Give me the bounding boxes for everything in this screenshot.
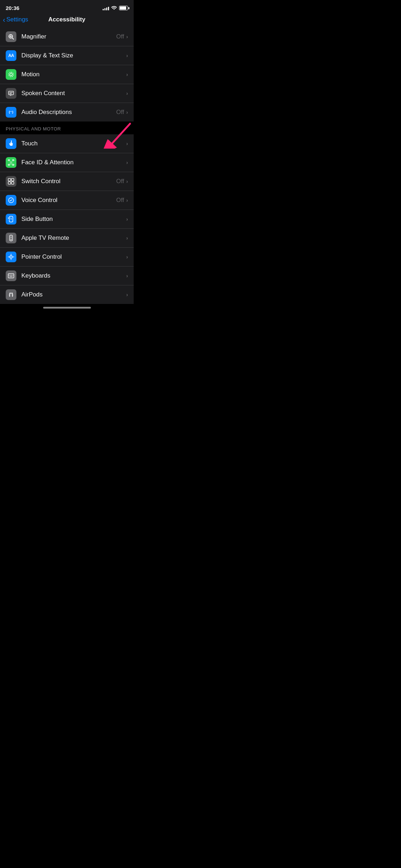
keyboards-icon: [6, 270, 16, 281]
side-button-label: Side Button: [21, 216, 126, 223]
voice-control-icon: [6, 195, 16, 206]
svg-rect-13: [12, 160, 14, 161]
audio-descriptions-value: Off: [116, 109, 124, 116]
physical-motor-section-header: PHYSICAL AND MOTOR: [0, 122, 134, 134]
svg-rect-20: [11, 179, 14, 181]
signal-icon: [103, 6, 109, 10]
pointer-control-chevron: ›: [126, 254, 128, 260]
pointer-control-label: Pointer Control: [21, 253, 126, 260]
side-button-item[interactable]: Side Button ›: [0, 210, 134, 229]
page-title: Accessibility: [48, 16, 86, 23]
svg-point-17: [12, 162, 12, 162]
spoken-content-label: Spoken Content: [21, 90, 126, 97]
svg-point-4: [10, 73, 12, 76]
status-time: 20:36: [6, 5, 19, 11]
side-button-icon: [6, 214, 16, 224]
physical-motor-label: PHYSICAL AND MOTOR: [6, 126, 61, 131]
svg-point-28: [11, 239, 12, 240]
vision-section: Magnifier Off › AA Display & Text Size ›…: [0, 27, 134, 122]
svg-rect-19: [8, 179, 11, 181]
voice-control-chevron: ›: [126, 197, 128, 203]
svg-point-16: [10, 162, 11, 162]
touch-item[interactable]: Touch ›: [0, 134, 134, 153]
airpods-icon: [6, 289, 16, 300]
battery-icon: [119, 6, 128, 10]
side-button-chevron: ›: [126, 216, 128, 222]
svg-rect-14: [8, 164, 10, 165]
audio-descriptions-item[interactable]: " Audio Descriptions Off ›: [0, 103, 134, 122]
back-chevron-icon: ‹: [3, 16, 5, 23]
svg-rect-12: [8, 160, 10, 161]
motion-label: Motion: [21, 71, 126, 78]
back-button[interactable]: ‹ Settings: [3, 16, 28, 23]
display-text-size-icon: AA: [6, 50, 16, 61]
airpods-label: AirPods: [21, 291, 126, 298]
face-id-icon: [6, 157, 16, 168]
apple-tv-remote-chevron: ›: [126, 235, 128, 241]
voice-control-label: Voice Control: [21, 197, 116, 204]
motion-icon: [6, 69, 16, 80]
airpods-chevron: ›: [126, 292, 128, 298]
airpods-item[interactable]: AirPods ›: [0, 285, 134, 304]
svg-point-5: [9, 72, 14, 77]
svg-rect-6: [9, 91, 14, 95]
apple-tv-remote-item[interactable]: Apple TV Remote ›: [0, 229, 134, 248]
face-id-chevron: ›: [126, 160, 128, 165]
touch-icon: [6, 138, 16, 149]
settings-list: Magnifier Off › AA Display & Text Size ›…: [0, 27, 134, 304]
svg-rect-22: [11, 182, 14, 184]
status-bar: 20:36: [0, 0, 134, 13]
spoken-content-item[interactable]: Spoken Content ›: [0, 84, 134, 103]
svg-line-1: [12, 38, 14, 39]
touch-label: Touch: [21, 140, 126, 147]
motion-chevron: ›: [126, 72, 128, 77]
switch-control-item[interactable]: Switch Control Off ›: [0, 172, 134, 191]
spoken-content-icon: [6, 88, 16, 99]
pointer-control-item[interactable]: Pointer Control ›: [0, 248, 134, 267]
touch-chevron: ›: [126, 141, 128, 146]
magnifier-chevron: ›: [126, 34, 128, 40]
switch-control-value: Off: [116, 178, 124, 185]
face-id-label: Face ID & Attention: [21, 159, 126, 166]
home-indicator: [43, 307, 91, 309]
audio-descriptions-label: Audio Descriptions: [21, 109, 116, 116]
svg-rect-21: [8, 182, 11, 184]
switch-control-chevron: ›: [126, 179, 128, 184]
keyboards-item[interactable]: Keyboards ›: [0, 267, 134, 285]
voice-control-item[interactable]: Voice Control Off ›: [0, 191, 134, 210]
nav-bar: ‹ Settings Accessibility: [0, 13, 134, 27]
home-indicator-area: [0, 304, 134, 311]
magnifier-value: Off: [116, 33, 124, 40]
display-text-size-label: Display & Text Size: [21, 52, 126, 59]
physical-motor-section: Touch ›: [0, 134, 134, 304]
display-text-size-item[interactable]: AA Display & Text Size ›: [0, 46, 134, 65]
magnifier-item[interactable]: Magnifier Off ›: [0, 27, 134, 46]
audio-descriptions-icon: ": [6, 107, 16, 118]
spoken-content-chevron: ›: [126, 91, 128, 96]
back-label: Settings: [6, 16, 28, 23]
apple-tv-remote-label: Apple TV Remote: [21, 234, 126, 242]
svg-rect-15: [12, 164, 14, 165]
magnifier-label: Magnifier: [21, 33, 116, 40]
display-text-size-chevron: ›: [126, 53, 128, 58]
keyboards-chevron: ›: [126, 273, 128, 279]
keyboards-label: Keyboards: [21, 272, 126, 279]
svg-point-31: [11, 257, 12, 258]
status-icons: [103, 5, 128, 11]
magnifier-icon: [6, 31, 16, 42]
motion-item[interactable]: Motion ›: [0, 65, 134, 84]
apple-tv-remote-icon: [6, 233, 16, 243]
voice-control-value: Off: [116, 197, 124, 204]
audio-descriptions-chevron: ›: [126, 109, 128, 115]
wifi-icon: [111, 5, 117, 11]
svg-text:": ": [10, 110, 12, 114]
switch-control-label: Switch Control: [21, 178, 116, 185]
switch-control-icon: [6, 176, 16, 187]
pointer-control-icon: [6, 252, 16, 262]
face-id-item[interactable]: Face ID & Attention ›: [0, 153, 134, 172]
